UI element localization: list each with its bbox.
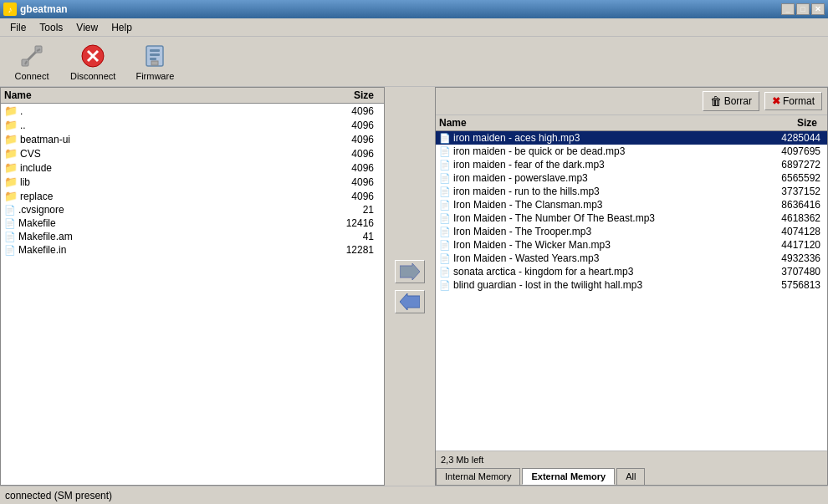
list-item[interactable]: 📁 beatman-ui 4096: [1, 132, 384, 146]
file-size: 4285044: [757, 132, 824, 144]
window-controls: _ □ ✕: [781, 3, 825, 15]
file-size: 4096: [314, 148, 381, 160]
list-item[interactable]: 📄 .cvsignore 21: [1, 203, 384, 216]
list-item[interactable]: 📁 replace 4096: [1, 189, 384, 203]
file-name: .: [20, 105, 23, 117]
list-item[interactable]: 📄 iron maiden - powerslave.mp3 6565592: [436, 171, 827, 185]
list-item[interactable]: 📁 lib 4096: [1, 175, 384, 189]
file-name: Makefile.in: [18, 244, 66, 256]
file-size: 6565592: [757, 172, 824, 184]
list-item[interactable]: 📁 CVS 4096: [1, 146, 384, 160]
folder-icon: 📁: [4, 176, 18, 188]
list-item[interactable]: 📄 Makefile 12416: [1, 216, 384, 230]
list-item[interactable]: 📄 Iron Maiden - Wasted Years.mp3 4932336: [436, 252, 827, 265]
file-icon: 📄: [439, 240, 451, 251]
transfer-left-button[interactable]: [395, 290, 425, 313]
list-item[interactable]: 📄 iron maiden - be quick or be dead.mp3 …: [436, 145, 827, 158]
file-icon: 📄: [4, 218, 16, 229]
list-item[interactable]: 📄 Makefile.am 41: [1, 230, 384, 243]
file-name: iron maiden - powerslave.mp3: [453, 172, 588, 184]
tab-external-memory[interactable]: External Memory: [522, 468, 615, 485]
right-panel: 🗑 Borrar ✖ Format Name Size 📄 iron maide…: [435, 87, 828, 486]
file-size: 4074128: [757, 226, 824, 237]
file-size: 4932336: [757, 252, 824, 264]
list-item[interactable]: 📄 iron maiden - fear of the dark.mp3 689…: [436, 158, 827, 171]
tab-internal-memory[interactable]: Internal Memory: [436, 468, 520, 485]
file-name: Iron Maiden - The Clansman.mp3: [453, 199, 603, 211]
list-item[interactable]: 📁 include 4096: [1, 160, 384, 175]
file-name: blind guardian - lost in the twilight ha…: [453, 279, 642, 291]
list-item[interactable]: 📄 blind guardian - lost in the twilight …: [436, 278, 827, 292]
format-icon: ✖: [772, 95, 780, 107]
list-item[interactable]: 📄 Makefile.in 12281: [1, 243, 384, 257]
borrar-button[interactable]: 🗑 Borrar: [703, 91, 759, 111]
svg-rect-9: [150, 49, 160, 52]
menu-view[interactable]: View: [69, 20, 105, 35]
svg-rect-11: [150, 58, 156, 60]
folder-icon: 📁: [4, 161, 18, 174]
right-file-list[interactable]: 📄 iron maiden - aces high.mp3 4285044 📄 …: [436, 131, 827, 451]
file-size: 8636416: [757, 199, 824, 211]
menu-bar: File Tools View Help: [0, 18, 828, 37]
file-size: 4417120: [757, 239, 824, 251]
file-icon: 📄: [4, 232, 16, 242]
file-name: replace: [20, 191, 53, 202]
file-size: 6897272: [757, 159, 824, 171]
transfer-right-button[interactable]: [395, 260, 425, 283]
menu-help[interactable]: Help: [105, 20, 139, 35]
file-size: 3707480: [757, 266, 824, 277]
file-name: .cvsignore: [18, 204, 64, 216]
list-item[interactable]: 📄 iron maiden - run to the hills.mp3 373…: [436, 185, 827, 198]
maximize-button[interactable]: □: [796, 3, 810, 15]
file-icon: 📄: [439, 160, 451, 171]
file-size: 4096: [314, 120, 381, 131]
tab-all[interactable]: All: [616, 468, 645, 485]
minimize-button[interactable]: _: [781, 3, 795, 15]
firmware-button[interactable]: Firmware: [129, 39, 181, 84]
menu-file[interactable]: File: [3, 20, 33, 35]
file-name: beatman-ui: [20, 134, 70, 145]
disconnect-button[interactable]: Disconnect: [64, 39, 122, 84]
folder-icon: 📁: [4, 190, 18, 202]
menu-tools[interactable]: Tools: [33, 20, 69, 35]
file-name: iron maiden - fear of the dark.mp3: [453, 159, 605, 171]
file-icon: 📄: [4, 205, 16, 216]
left-header: Name Size: [1, 88, 384, 104]
right-col-name: Name: [439, 117, 757, 129]
file-name: Makefile.am: [18, 231, 73, 242]
list-item[interactable]: 📁 . 4096: [1, 104, 384, 118]
list-item[interactable]: 📄 sonata arctica - kingdom for a heart.m…: [436, 265, 827, 278]
file-icon: 📄: [439, 133, 451, 144]
file-name: lib: [20, 176, 30, 188]
folder-icon: 📁: [4, 147, 18, 160]
list-item[interactable]: 📄 Iron Maiden - The Trooper.mp3 4074128: [436, 225, 827, 238]
list-item[interactable]: 📄 Iron Maiden - The Wicker Man.mp3 44171…: [436, 238, 827, 252]
file-icon: 📄: [439, 227, 451, 237]
list-item[interactable]: 📄 Iron Maiden - The Number Of The Beast.…: [436, 211, 827, 225]
file-size: 3737152: [757, 186, 824, 197]
right-col-size: Size: [757, 117, 824, 129]
borrar-label: Borrar: [724, 95, 752, 107]
connect-button[interactable]: Connect: [7, 39, 57, 84]
file-size: 4097695: [757, 145, 824, 157]
list-item[interactable]: 📁 .. 4096: [1, 118, 384, 132]
status-bar: connected (SM present): [0, 486, 828, 504]
borrar-icon: 🗑: [710, 94, 722, 108]
file-name: include: [20, 162, 52, 174]
file-icon: 📄: [439, 173, 451, 184]
format-button[interactable]: ✖ Format: [764, 92, 822, 110]
format-label: Format: [783, 95, 815, 107]
file-icon: 📄: [439, 200, 451, 211]
folder-icon: 📁: [4, 104, 18, 117]
svg-rect-10: [150, 53, 160, 56]
title-bar: ♪ gbeatman _ □ ✕: [0, 0, 828, 18]
close-button[interactable]: ✕: [811, 3, 825, 15]
file-name: iron maiden - aces high.mp3: [453, 132, 580, 144]
window-title: gbeatman: [20, 3, 68, 15]
svg-marker-13: [400, 263, 420, 280]
left-file-list[interactable]: 📁 . 4096 📁 .. 4096 📁 beatman-ui 4096 📁 C…: [1, 104, 384, 485]
list-item[interactable]: 📄 iron maiden - aces high.mp3 4285044: [436, 131, 827, 145]
file-size: 12416: [314, 217, 381, 229]
list-item[interactable]: 📄 Iron Maiden - The Clansman.mp3 8636416: [436, 198, 827, 211]
file-name: Makefile: [18, 217, 56, 229]
